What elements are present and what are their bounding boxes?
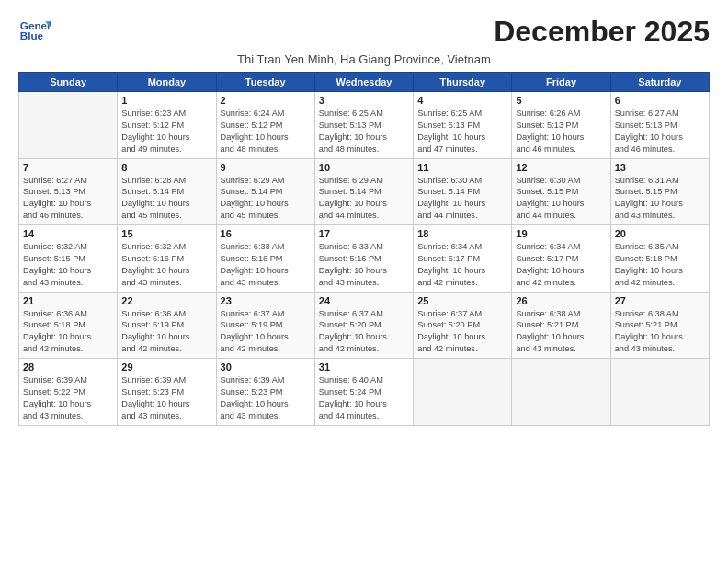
day-number: 9 (221, 162, 311, 173)
day-number: 13 (615, 162, 705, 173)
day-number: 30 (221, 362, 311, 373)
calendar-cell: 28Sunrise: 6:39 AMSunset: 5:22 PMDayligh… (19, 359, 118, 426)
day-info: Sunrise: 6:28 AMSunset: 5:14 PMDaylight:… (121, 175, 211, 223)
calendar-cell: 4Sunrise: 6:25 AMSunset: 5:13 PMDaylight… (414, 92, 512, 159)
day-number: 1 (121, 95, 211, 106)
calendar-header-row: SundayMondayTuesdayWednesdayThursdayFrid… (19, 73, 710, 92)
day-number: 14 (23, 228, 113, 239)
calendar-cell: 7Sunrise: 6:27 AMSunset: 5:13 PMDaylight… (19, 158, 118, 225)
calendar-cell: 16Sunrise: 6:33 AMSunset: 5:16 PMDayligh… (216, 225, 314, 293)
calendar-cell: 11Sunrise: 6:30 AMSunset: 5:14 PMDayligh… (414, 158, 512, 225)
day-number: 18 (417, 228, 507, 239)
day-info: Sunrise: 6:36 AMSunset: 5:19 PMDaylight:… (121, 308, 211, 356)
calendar-header-wednesday: Wednesday (314, 73, 413, 92)
day-number: 3 (319, 95, 409, 106)
calendar-cell: 21Sunrise: 6:36 AMSunset: 5:18 PMDayligh… (19, 292, 118, 359)
subtitle: Thi Tran Yen Minh, Ha Giang Province, Vi… (18, 52, 710, 66)
calendar-table: SundayMondayTuesdayWednesdayThursdayFrid… (18, 72, 710, 426)
day-number: 7 (23, 162, 113, 173)
day-info: Sunrise: 6:31 AMSunset: 5:15 PMDaylight:… (615, 175, 705, 223)
calendar-cell: 13Sunrise: 6:31 AMSunset: 5:15 PMDayligh… (610, 158, 709, 225)
calendar-header-saturday: Saturday (610, 73, 709, 92)
calendar-cell: 29Sunrise: 6:39 AMSunset: 5:23 PMDayligh… (118, 359, 216, 426)
day-number: 20 (615, 228, 705, 239)
month-title: December 2025 (494, 15, 710, 49)
day-info: Sunrise: 6:23 AMSunset: 5:12 PMDaylight:… (121, 108, 211, 155)
calendar-cell: 9Sunrise: 6:29 AMSunset: 5:14 PMDaylight… (216, 158, 314, 225)
day-number: 4 (417, 95, 507, 106)
day-info: Sunrise: 6:24 AMSunset: 5:12 PMDaylight:… (221, 108, 311, 155)
day-number: 21 (23, 295, 113, 306)
day-info: Sunrise: 6:30 AMSunset: 5:15 PMDaylight:… (516, 175, 606, 223)
day-info: Sunrise: 6:33 AMSunset: 5:16 PMDaylight:… (221, 241, 311, 289)
day-number: 10 (319, 162, 409, 173)
day-info: Sunrise: 6:25 AMSunset: 5:13 PMDaylight:… (319, 108, 409, 155)
day-info: Sunrise: 6:32 AMSunset: 5:16 PMDaylight:… (121, 241, 211, 289)
day-info: Sunrise: 6:40 AMSunset: 5:24 PMDaylight:… (319, 374, 409, 422)
day-info: Sunrise: 6:34 AMSunset: 5:17 PMDaylight:… (516, 241, 606, 289)
day-info: Sunrise: 6:37 AMSunset: 5:19 PMDaylight:… (221, 308, 311, 356)
day-number: 6 (615, 95, 705, 106)
calendar-header-sunday: Sunday (19, 73, 118, 92)
day-info: Sunrise: 6:29 AMSunset: 5:14 PMDaylight:… (319, 175, 409, 223)
day-number: 27 (615, 295, 705, 306)
calendar-week-row: 21Sunrise: 6:36 AMSunset: 5:18 PMDayligh… (19, 292, 710, 359)
day-info: Sunrise: 6:35 AMSunset: 5:18 PMDaylight:… (615, 241, 705, 289)
day-number: 28 (23, 362, 113, 373)
calendar-cell: 27Sunrise: 6:38 AMSunset: 5:21 PMDayligh… (610, 292, 709, 359)
day-number: 16 (221, 228, 311, 239)
day-info: Sunrise: 6:37 AMSunset: 5:20 PMDaylight:… (417, 308, 507, 356)
calendar-cell: 22Sunrise: 6:36 AMSunset: 5:19 PMDayligh… (118, 292, 216, 359)
day-info: Sunrise: 6:36 AMSunset: 5:18 PMDaylight:… (23, 308, 113, 356)
day-info: Sunrise: 6:29 AMSunset: 5:14 PMDaylight:… (221, 175, 311, 223)
day-number: 17 (319, 228, 409, 239)
day-number: 11 (417, 162, 507, 173)
day-info: Sunrise: 6:27 AMSunset: 5:13 PMDaylight:… (23, 175, 113, 223)
calendar-cell (512, 359, 610, 426)
calendar-cell: 18Sunrise: 6:34 AMSunset: 5:17 PMDayligh… (414, 225, 512, 293)
calendar-cell: 19Sunrise: 6:34 AMSunset: 5:17 PMDayligh… (512, 225, 610, 293)
calendar-week-row: 14Sunrise: 6:32 AMSunset: 5:15 PMDayligh… (19, 225, 710, 293)
calendar-header-thursday: Thursday (414, 73, 512, 92)
calendar-cell: 15Sunrise: 6:32 AMSunset: 5:16 PMDayligh… (118, 225, 216, 293)
day-number: 23 (221, 295, 311, 306)
day-info: Sunrise: 6:39 AMSunset: 5:23 PMDaylight:… (121, 374, 211, 422)
day-number: 29 (121, 362, 211, 373)
calendar-cell: 10Sunrise: 6:29 AMSunset: 5:14 PMDayligh… (314, 158, 413, 225)
page: General Blue December 2025 Thi Tran Yen … (0, 0, 728, 563)
day-info: Sunrise: 6:34 AMSunset: 5:17 PMDaylight:… (417, 241, 507, 289)
day-info: Sunrise: 6:32 AMSunset: 5:15 PMDaylight:… (23, 241, 113, 289)
calendar-cell: 26Sunrise: 6:38 AMSunset: 5:21 PMDayligh… (512, 292, 610, 359)
calendar-cell (19, 92, 118, 159)
day-number: 5 (516, 95, 606, 106)
calendar-cell: 31Sunrise: 6:40 AMSunset: 5:24 PMDayligh… (314, 359, 413, 426)
day-number: 25 (417, 295, 507, 306)
calendar-cell: 17Sunrise: 6:33 AMSunset: 5:16 PMDayligh… (314, 225, 413, 293)
calendar-cell: 23Sunrise: 6:37 AMSunset: 5:19 PMDayligh… (216, 292, 314, 359)
calendar-week-row: 28Sunrise: 6:39 AMSunset: 5:22 PMDayligh… (19, 359, 710, 426)
day-info: Sunrise: 6:37 AMSunset: 5:20 PMDaylight:… (319, 308, 409, 356)
calendar-cell: 14Sunrise: 6:32 AMSunset: 5:15 PMDayligh… (19, 225, 118, 293)
day-info: Sunrise: 6:25 AMSunset: 5:13 PMDaylight:… (417, 108, 507, 155)
calendar-cell: 3Sunrise: 6:25 AMSunset: 5:13 PMDaylight… (314, 92, 413, 159)
calendar-header-friday: Friday (512, 73, 610, 92)
day-number: 26 (516, 295, 606, 306)
day-info: Sunrise: 6:33 AMSunset: 5:16 PMDaylight:… (319, 241, 409, 289)
calendar-cell (414, 359, 512, 426)
day-info: Sunrise: 6:38 AMSunset: 5:21 PMDaylight:… (516, 308, 606, 356)
calendar-cell: 12Sunrise: 6:30 AMSunset: 5:15 PMDayligh… (512, 158, 610, 225)
calendar-cell: 24Sunrise: 6:37 AMSunset: 5:20 PMDayligh… (314, 292, 413, 359)
day-number: 22 (121, 295, 211, 306)
day-info: Sunrise: 6:39 AMSunset: 5:23 PMDaylight:… (221, 374, 311, 422)
day-info: Sunrise: 6:27 AMSunset: 5:13 PMDaylight:… (615, 108, 705, 155)
calendar-header-monday: Monday (118, 73, 216, 92)
day-number: 2 (221, 95, 311, 106)
calendar-header-tuesday: Tuesday (216, 73, 314, 92)
calendar-cell (610, 359, 709, 426)
day-info: Sunrise: 6:30 AMSunset: 5:14 PMDaylight:… (417, 175, 507, 223)
header: General Blue December 2025 (18, 15, 710, 49)
day-info: Sunrise: 6:38 AMSunset: 5:21 PMDaylight:… (615, 308, 705, 356)
day-info: Sunrise: 6:26 AMSunset: 5:13 PMDaylight:… (516, 108, 606, 155)
calendar-cell: 20Sunrise: 6:35 AMSunset: 5:18 PMDayligh… (610, 225, 709, 293)
svg-text:Blue: Blue (20, 29, 44, 41)
